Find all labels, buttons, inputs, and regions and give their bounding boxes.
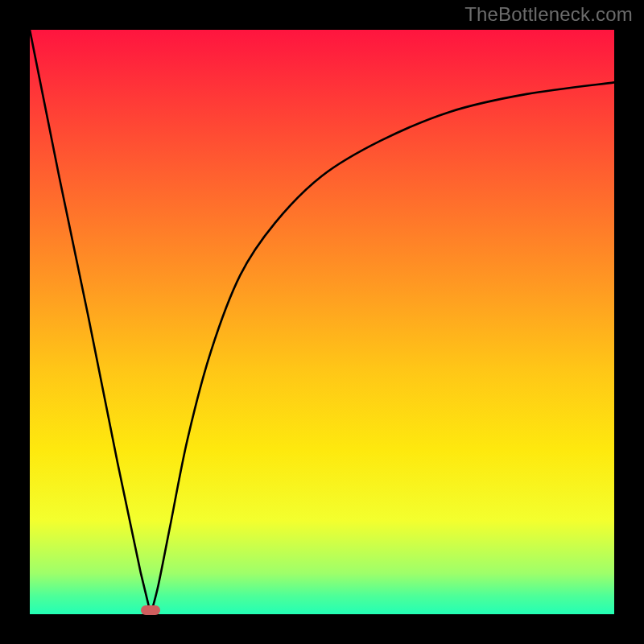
watermark-text: TheBottleneck.com [464, 3, 633, 26]
plot-area [30, 30, 614, 614]
bottleneck-curve [30, 30, 614, 614]
chart-frame: TheBottleneck.com [0, 0, 644, 644]
min-indicator [141, 605, 160, 615]
